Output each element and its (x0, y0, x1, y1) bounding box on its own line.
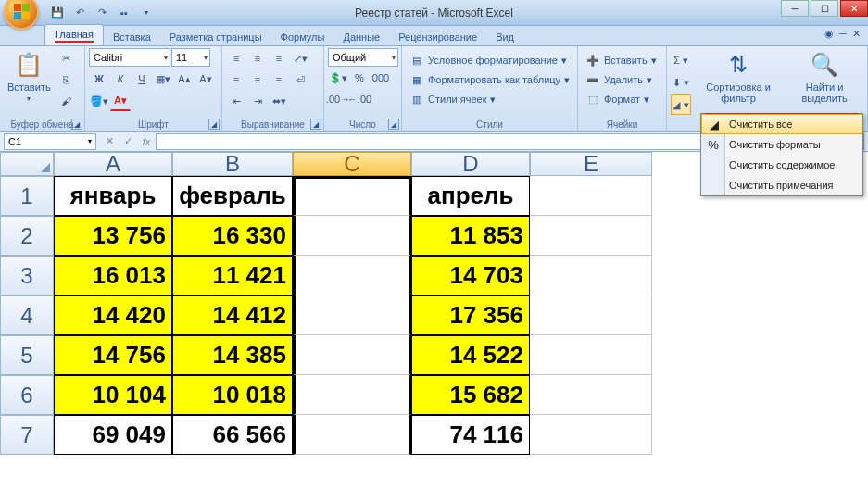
font-size-combo[interactable]: 11▾ (171, 48, 210, 67)
col-header-D[interactable]: D (411, 152, 530, 176)
minimize-ribbon-icon[interactable]: ─ (839, 28, 847, 40)
cell-styles-button[interactable]: ▥Стили ячеек ▾ (406, 91, 499, 107)
align-center-icon[interactable]: ≡ (247, 69, 268, 90)
redo-icon[interactable]: ↷ (93, 4, 111, 22)
font-color-button[interactable]: A▾ (110, 91, 131, 111)
decrease-indent-icon[interactable]: ⇤ (226, 91, 246, 111)
cell-D7[interactable]: 74 116 (411, 415, 530, 455)
cell-B1[interactable]: февраль (172, 176, 293, 216)
cell-D2[interactable]: 11 853 (411, 216, 530, 256)
clear-all-item[interactable]: ◢ Очистить все (701, 114, 862, 134)
align-top-icon[interactable]: ≡ (226, 48, 246, 69)
cell-C5[interactable] (293, 335, 411, 375)
format-cells-button[interactable]: ⬚Формат ▾ (582, 91, 653, 107)
qat-custom-icon[interactable]: ▪▪ (115, 4, 133, 22)
merge-center-icon[interactable]: ⬌▾ (269, 91, 289, 111)
col-header-A[interactable]: A (54, 152, 172, 176)
maximize-button[interactable]: ☐ (811, 0, 838, 17)
clear-contents-item[interactable]: Очистить содержимое (701, 155, 862, 175)
cell-E1[interactable] (530, 176, 652, 216)
cell-E2[interactable] (530, 216, 652, 256)
grow-font-icon[interactable]: A▴ (174, 69, 195, 89)
insert-cells-button[interactable]: ➕Вставить ▾ (582, 52, 660, 69)
cell-C4[interactable] (293, 295, 411, 335)
fx-icon[interactable]: fx (137, 133, 156, 150)
fill-button[interactable]: ⬇ ▾ (671, 72, 691, 93)
cell-A6[interactable]: 10 104 (54, 375, 172, 415)
tab-view[interactable]: Вид (486, 28, 523, 45)
tab-insert[interactable]: Вставка (104, 28, 160, 45)
orientation-icon[interactable]: ⤢▾ (290, 48, 310, 69)
cell-B6[interactable]: 10 018 (172, 375, 293, 415)
cell-A5[interactable]: 14 756 (54, 335, 172, 375)
row-header-2[interactable]: 2 (0, 216, 54, 256)
increase-decimal-icon[interactable]: .00→ (328, 89, 348, 109)
cell-C6[interactable] (293, 375, 411, 415)
paste-button[interactable]: 📋 Вставить ▾ (4, 48, 55, 105)
close-workbook-icon[interactable]: ✕ (852, 28, 861, 40)
number-format-combo[interactable]: Общий▾ (328, 48, 398, 67)
align-middle-icon[interactable]: ≡ (247, 48, 268, 69)
tab-review[interactable]: Рецензирование (389, 28, 486, 45)
cell-B3[interactable]: 11 421 (172, 256, 293, 295)
comma-icon[interactable]: 000 (371, 68, 391, 88)
row-header-3[interactable]: 3 (0, 256, 54, 295)
wrap-text-icon[interactable]: ⏎ (290, 69, 310, 90)
cell-D1[interactable]: апрель (411, 176, 530, 216)
row-header-6[interactable]: 6 (0, 375, 54, 415)
cell-E7[interactable] (530, 415, 652, 455)
cell-B2[interactable]: 16 330 (172, 216, 293, 256)
cell-C1[interactable] (293, 176, 411, 216)
col-header-C[interactable]: C (293, 152, 411, 176)
help-icon[interactable]: ◉ (824, 28, 834, 40)
cell-D6[interactable]: 15 682 (411, 375, 530, 415)
clear-formats-item[interactable]: % Очистить форматы (701, 134, 862, 155)
bold-button[interactable]: Ж (89, 69, 109, 89)
clear-comments-item[interactable]: Очистить примечания (701, 175, 862, 195)
name-box[interactable]: C1▾ (4, 133, 96, 150)
cancel-formula-icon[interactable]: ✕ (100, 133, 119, 150)
italic-button[interactable]: К (110, 69, 131, 89)
save-icon[interactable]: 💾 (48, 4, 67, 22)
cell-A1[interactable]: январь (54, 176, 172, 216)
font-name-combo[interactable]: Calibri▾ (89, 48, 170, 67)
tab-home[interactable]: Главная (44, 24, 104, 45)
close-button[interactable]: ✕ (840, 0, 868, 17)
qat-more-icon[interactable]: ▾ (137, 4, 156, 22)
cell-D5[interactable]: 14 522 (411, 335, 530, 375)
cell-E4[interactable] (530, 295, 652, 335)
border-button[interactable]: ▦▾ (153, 69, 173, 89)
enter-formula-icon[interactable]: ✓ (119, 133, 137, 150)
align-left-icon[interactable]: ≡ (226, 69, 246, 90)
cut-icon[interactable]: ✂ (57, 48, 77, 69)
align-bottom-icon[interactable]: ≡ (269, 48, 289, 69)
row-header-5[interactable]: 5 (0, 335, 54, 375)
clipboard-launcher[interactable]: ◢ (71, 119, 82, 130)
cell-E5[interactable] (530, 335, 652, 375)
cell-A4[interactable]: 14 420 (54, 295, 172, 335)
format-as-table-button[interactable]: ▦Форматировать как таблицу ▾ (406, 71, 573, 88)
col-header-B[interactable]: B (172, 152, 293, 176)
cell-C2[interactable] (293, 216, 411, 256)
cell-B4[interactable]: 14 412 (172, 295, 293, 335)
undo-icon[interactable]: ↶ (70, 4, 89, 22)
delete-cells-button[interactable]: ➖Удалить ▾ (582, 71, 656, 88)
row-header-4[interactable]: 4 (0, 295, 54, 335)
clear-button[interactable]: ◢ ▾ (671, 94, 691, 115)
tab-page-layout[interactable]: Разметка страницы (160, 28, 271, 45)
conditional-formatting-button[interactable]: ▤Условное форматирование ▾ (406, 52, 571, 69)
percent-icon[interactable]: % (349, 68, 370, 88)
cell-A3[interactable]: 16 013 (54, 256, 172, 295)
cell-B5[interactable]: 14 385 (172, 335, 293, 375)
cell-C7[interactable] (293, 415, 411, 455)
cell-D3[interactable]: 14 703 (411, 256, 530, 295)
underline-button[interactable]: Ч (132, 69, 152, 89)
decrease-decimal-icon[interactable]: ←.00 (349, 89, 370, 109)
number-launcher[interactable]: ◢ (388, 119, 399, 130)
tab-formulas[interactable]: Формулы (271, 28, 334, 45)
cell-A2[interactable]: 13 756 (54, 216, 172, 256)
cell-A7[interactable]: 69 049 (54, 415, 172, 455)
format-painter-icon[interactable]: 🖌 (57, 91, 77, 111)
sort-filter-button[interactable]: ⇅ Сортировка и фильтр (693, 48, 784, 106)
row-header-7[interactable]: 7 (0, 415, 54, 455)
